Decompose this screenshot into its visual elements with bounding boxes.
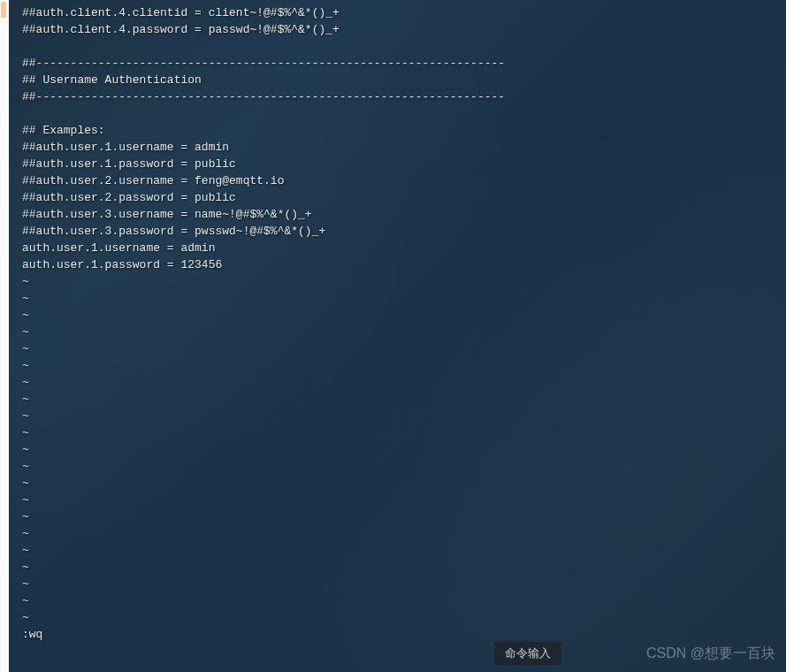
vim-tilde-line: ~ xyxy=(22,273,773,290)
left-marker xyxy=(1,2,6,18)
vim-tilde-line: ~ xyxy=(22,340,773,357)
editor-line[interactable]: ##--------------------------------------… xyxy=(22,88,773,105)
csdn-watermark: CSDN @想要一百块 xyxy=(646,645,775,663)
editor-line[interactable]: ##auth.user.3.username = name~!@#$%^&*()… xyxy=(22,206,773,223)
editor-line[interactable]: ##auth.user.1.password = public xyxy=(22,156,773,172)
vim-tilde-line: ~ xyxy=(22,492,773,508)
vim-tilde-line: ~ xyxy=(22,592,773,609)
vim-tilde-line: ~ xyxy=(22,424,773,441)
vim-command-line[interactable]: :wq xyxy=(22,626,773,643)
editor-content[interactable]: ##auth.client.4.clientid = client~!@#$%^… xyxy=(22,4,773,643)
editor-line[interactable]: ## Username Authentication xyxy=(22,72,773,88)
left-sidebar-edge xyxy=(0,0,9,672)
vim-tilde-line: ~ xyxy=(22,576,773,592)
editor-line[interactable]: ##auth.user.1.username = admin xyxy=(22,139,773,156)
editor-line[interactable]: ##auth.user.2.username = feng@emqtt.io xyxy=(22,172,773,189)
editor-line[interactable]: ## Examples: xyxy=(22,122,773,139)
vim-tilde-line: ~ xyxy=(22,408,773,424)
vim-tilde-line: ~ xyxy=(22,559,773,576)
editor-line[interactable]: auth.user.1.password = 123456 xyxy=(22,256,773,273)
vim-tilde-line: ~ xyxy=(22,508,773,525)
editor-line[interactable]: ##auth.user.3.password = pwsswd~!@#$%^&*… xyxy=(22,223,773,240)
vim-tilde-line: ~ xyxy=(22,458,773,475)
editor-line[interactable]: ##auth.client.4.password = passwd~!@#$%^… xyxy=(22,21,773,38)
vim-tilde-line: ~ xyxy=(22,307,773,324)
vim-tilde-line: ~ xyxy=(22,475,773,492)
editor-line[interactable] xyxy=(22,105,773,122)
ime-command-label: 命令输入 xyxy=(494,642,561,665)
vim-tilde-line: ~ xyxy=(22,290,773,307)
vim-tilde-line: ~ xyxy=(22,609,773,626)
vim-tilde-line: ~ xyxy=(22,357,773,374)
vim-tilde-line: ~ xyxy=(22,525,773,542)
vim-tilde-line: ~ xyxy=(22,324,773,340)
vim-tilde-line: ~ xyxy=(22,441,773,458)
vim-tilde-line: ~ xyxy=(22,374,773,391)
editor-line[interactable] xyxy=(22,38,773,55)
vim-tilde-line: ~ xyxy=(22,542,773,559)
editor-line[interactable]: ##--------------------------------------… xyxy=(22,55,773,72)
vim-editor[interactable]: ##auth.client.4.clientid = client~!@#$%^… xyxy=(9,0,786,672)
vim-tilde-line: ~ xyxy=(22,391,773,408)
editor-line[interactable]: ##auth.user.2.password = public xyxy=(22,189,773,206)
editor-line[interactable]: auth.user.1.username = admin xyxy=(22,240,773,256)
editor-line[interactable]: ##auth.client.4.clientid = client~!@#$%^… xyxy=(22,4,773,21)
